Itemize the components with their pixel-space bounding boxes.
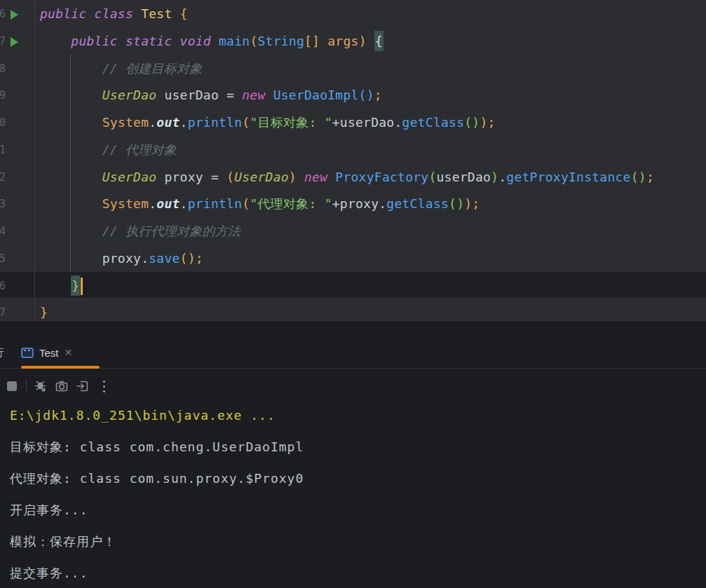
code-token: println [188,115,243,130]
more-options-button[interactable] [93,376,114,397]
code-line: UserDao userDao = new UserDaoImpl(); [36,82,706,109]
code-token: . [180,196,188,211]
code-token: +proxy. [332,196,387,211]
thread-dump-button[interactable] [51,376,72,397]
code-token: (); [180,251,203,266]
code-line: // 执行代理对象的方法 [36,218,706,245]
code-token: save [149,251,179,266]
code-line: proxy.save(); [36,245,706,273]
gutter-row: 11 [0,137,34,164]
code-token: // 执行代理对象的方法 [102,224,241,238]
gutter-row: 10 [0,109,34,137]
console-line: 开启事务... [10,494,706,526]
line-number: 7 [0,28,6,55]
code-token: } [40,305,48,320]
code-token: public class [40,6,141,21]
console-line: 提交事务... [10,557,706,588]
code-token: UserDao [102,88,157,102]
code-token: getProxyInstance [506,170,630,184]
code-token [297,170,304,184]
code-token: ( [226,170,234,184]
tab-close-icon[interactable]: ✕ [65,348,73,357]
run-tab-test[interactable]: Test ✕ [21,339,72,366]
run-tool-window: 运行 Test ✕ [0,320,706,588]
line-number: 8 [0,55,6,83]
code-token: proxy. [40,251,149,266]
code-token: ) [289,170,297,184]
debug-bug-icon [34,379,48,393]
console-output[interactable]: E:\jdk1.8.0_251\bin\java.exe ...目标对象: cl… [10,399,706,588]
code-line: } [36,273,706,300]
code-token [40,224,102,238]
gutter-row: 13 [0,191,34,218]
code-token [320,34,327,48]
gutter-row: 7 [0,28,34,55]
run-tab-label: Test [39,347,59,359]
code-editor[interactable]: 67891011121314151617 public class Test {… [0,0,706,320]
code-token: [] [304,34,320,48]
code-token: . [498,170,506,184]
code-token: UserDaoImpl() [273,88,374,102]
code-token [40,278,71,293]
code-token: args [327,34,358,48]
code-token: . [149,115,156,130]
tool-window-label: 运行 [0,346,4,360]
code-area[interactable]: public class Test { public static void m… [36,1,706,320]
gutter-row: 9 [0,82,34,109]
run-line-button[interactable] [11,10,18,20]
active-tab-indicator [21,366,100,369]
code-line: UserDao proxy = (UserDao) new ProxyFacto… [36,164,706,191]
code-token: public static void [71,34,219,48]
gutter-row: 15 [0,245,34,273]
gutter-row: 17 [0,299,34,320]
code-token [40,170,102,184]
code-token [40,196,102,211]
code-token: println [188,196,243,211]
code-token: { [180,6,188,21]
stop-button[interactable] [1,376,22,397]
toolbar-separator [26,379,27,393]
code-token: System [102,196,149,211]
code-token: ); [464,196,480,211]
code-token: userDao [437,170,491,184]
debug-rerun-button[interactable] [30,376,51,397]
code-token: Test [141,6,172,21]
code-token: ) [359,34,367,48]
run-line-button[interactable] [11,37,18,47]
code-token: "代理对象: " [250,196,332,211]
code-token: ( [242,115,250,130]
line-number: 12 [0,164,6,191]
line-number: 11 [0,137,6,164]
code-token: ); [480,115,495,130]
code-token: () [449,196,464,211]
scroll-to-end-button[interactable] [72,376,93,397]
gutter-row: 8 [0,55,34,83]
code-token: // 创建目标对象 [102,61,203,76]
code-token: ; [646,170,654,184]
code-token [266,88,273,102]
code-line: System.out.println("目标对象: "+userDao.getC… [36,109,706,137]
code-token: () [631,170,646,184]
code-token [40,115,102,130]
code-token [40,88,102,102]
line-number: 13 [0,191,6,218]
line-number: 15 [0,245,6,273]
arrow-into-box-icon [76,379,90,393]
code-token: } [71,275,80,296]
run-toolbar [1,376,114,397]
code-line: // 代理对象 [36,137,706,164]
code-token: getClass [386,196,449,211]
code-token: ( [428,170,436,184]
code-token: proxy = [156,170,226,184]
code-token: UserDao [234,170,289,184]
console-line: E:\jdk1.8.0_251\bin\java.exe ... [10,399,706,431]
code-token: "目标对象: " [250,115,332,130]
more-options-icon [103,385,105,388]
gutter-row: 14 [0,218,34,245]
line-number: 14 [0,218,6,245]
line-number: 16 [0,273,6,300]
code-token: userDao = [156,88,242,102]
console-window-icon [21,348,34,358]
code-token [172,6,180,21]
code-token: ( [250,34,257,48]
